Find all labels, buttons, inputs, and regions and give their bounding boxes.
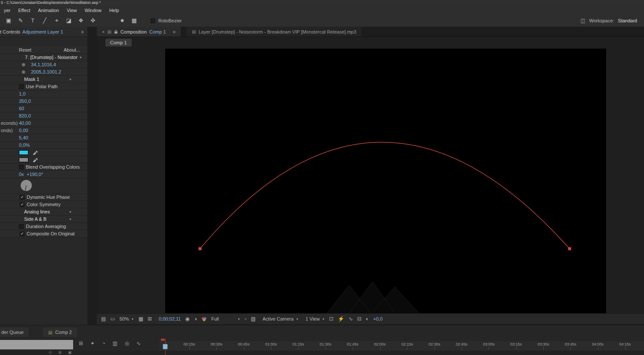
dynamic-hue-phase-checkbox[interactable]: ✓ xyxy=(20,195,25,200)
view-layout-select[interactable]: 1 View ▼ xyxy=(305,316,325,321)
hide-shy-layers-icon[interactable]: ◔ xyxy=(102,340,105,346)
exposure-offset[interactable]: +0,0 xyxy=(373,316,383,321)
pen-tool-icon[interactable]: ✎ xyxy=(15,15,27,27)
panel-menu-icon[interactable]: ≡ xyxy=(81,29,84,34)
panel-menu-icon[interactable]: ≡ xyxy=(173,29,176,34)
brush-tool-icon[interactable]: ╱ xyxy=(39,15,51,27)
param-value[interactable]: 0,00 xyxy=(19,127,28,134)
transparency-grid-icon[interactable]: ▧ xyxy=(251,316,256,322)
region-of-interest-icon[interactable]: ▫ xyxy=(245,316,247,322)
eraser-tool-icon[interactable]: ◪ xyxy=(63,15,75,27)
resolution-select[interactable]: Full ▼ xyxy=(211,316,240,321)
workspace-value[interactable]: Standard xyxy=(618,18,637,23)
mini-timeline-icon[interactable]: ∿ xyxy=(348,316,353,322)
camera-select[interactable]: Active Camera ▼ xyxy=(262,316,299,321)
fast-previews-icon[interactable]: ⚡ xyxy=(338,316,344,322)
switch-icon-3[interactable]: ▣ xyxy=(68,350,72,355)
composite-on-original-checkbox[interactable]: ✓ xyxy=(20,232,25,236)
menu-view[interactable]: View xyxy=(63,8,81,13)
about-button[interactable]: About... xyxy=(64,46,80,53)
safe-margins-icon[interactable]: ⊞ xyxy=(148,316,152,322)
param-value[interactable]: 40,00 xyxy=(19,120,31,127)
param-value[interactable]: 5,40 xyxy=(19,134,28,141)
tab-composition[interactable]: × ▤ Composition Comp 1 ≡ xyxy=(97,27,181,37)
color-swatch-gray[interactable] xyxy=(19,157,28,162)
reset-button[interactable]: Reset xyxy=(19,46,31,53)
work-area-marker[interactable] xyxy=(161,339,165,341)
magnification-menu-icon[interactable]: ▤ xyxy=(101,316,106,322)
color-swatch-cyan[interactable] xyxy=(19,150,28,155)
mask-selector[interactable]: Mask 1 xyxy=(24,76,39,83)
tab-render-queue[interactable]: der Queue xyxy=(0,327,29,337)
menu-effect[interactable]: Effect xyxy=(14,8,34,13)
mask-path-curve[interactable] xyxy=(200,142,570,249)
close-icon[interactable]: × xyxy=(102,29,105,34)
param-value[interactable]: 350,0 xyxy=(19,98,31,105)
frame-blending-icon[interactable]: ▥ xyxy=(112,340,117,346)
param-value[interactable]: 820,0 xyxy=(19,112,31,119)
chevron-down-icon[interactable]: ▼ xyxy=(69,76,72,83)
use-polar-path-checkbox[interactable] xyxy=(19,84,24,89)
layer-selector[interactable]: 7. [Drumstep] - Noisestor xyxy=(25,54,77,61)
menu-help[interactable]: Help xyxy=(105,8,123,13)
type-tool-icon[interactable]: T xyxy=(27,15,39,27)
snapshot-icon[interactable]: ◉ xyxy=(185,316,189,322)
color-management-icon[interactable] xyxy=(201,317,207,321)
menu-layer[interactable]: yer xyxy=(0,8,14,13)
menu-animation[interactable]: Animation xyxy=(34,8,63,13)
menu-window[interactable]: Window xyxy=(81,8,105,13)
chevron-down-icon[interactable]: ▼ xyxy=(69,216,72,223)
color-symmetry-checkbox[interactable]: ✓ xyxy=(20,202,25,207)
draft-3d-icon[interactable]: ✦ xyxy=(90,340,95,346)
workspace-icon[interactable]: ◫ xyxy=(580,18,585,24)
star-toggle-icon[interactable]: ★ xyxy=(116,15,128,27)
grid-guides-icon[interactable]: ▦ xyxy=(139,316,143,322)
param-value[interactable]: 0,0% xyxy=(19,142,30,148)
composition-viewport[interactable] xyxy=(165,49,606,313)
panel-divider[interactable] xyxy=(87,27,97,325)
zoom-select[interactable]: 50% ▼ xyxy=(120,316,134,321)
roto-brush-tool-icon[interactable]: ❖ xyxy=(75,15,87,27)
shape-tool-icon[interactable]: ▣ xyxy=(3,15,15,27)
clone-stamp-tool-icon[interactable]: ⌖ xyxy=(51,15,63,27)
composition-nav-chip[interactable]: Comp 1 xyxy=(105,39,132,46)
eyedropper-icon[interactable] xyxy=(33,150,38,155)
analog-lines-select[interactable]: Analog lines xyxy=(24,208,50,215)
side-ab-select[interactable]: Side A & B xyxy=(24,216,46,222)
mask-grid-icon[interactable]: ▩ xyxy=(128,15,140,27)
playhead-handle[interactable] xyxy=(163,344,168,349)
flowchart-icon[interactable]: ⊟ xyxy=(357,316,361,322)
current-time-display[interactable]: 0;00;02;11 xyxy=(159,316,181,321)
show-channel-icon[interactable]: ◑ xyxy=(194,316,197,322)
switch-icon-1[interactable]: ⊙ xyxy=(49,350,52,355)
crosshair-icon[interactable]: ⊕ xyxy=(22,68,25,75)
mask-vertex-left[interactable] xyxy=(199,247,202,250)
timeline-ruler[interactable]: 00:15s00:30s00:45s01:00s01:15s01:30s01:4… xyxy=(159,341,644,351)
point-value[interactable]: 2005,3,1001,2 xyxy=(31,68,61,75)
eyedropper-icon[interactable] xyxy=(33,157,38,162)
param-value[interactable]: 1,0 xyxy=(19,90,25,97)
tab-layer[interactable]: ▤ Layer [Drumstep] - Noisestorm - Breakd… xyxy=(187,27,361,37)
rotobezier-checkbox[interactable] xyxy=(151,19,155,23)
tab-comp-2[interactable]: ▤ Comp 2 xyxy=(43,327,77,337)
angle-degrees[interactable]: +190,0° xyxy=(27,171,43,178)
monitor-icon[interactable]: ▭ xyxy=(110,316,115,322)
duration-averaging-checkbox[interactable] xyxy=(19,224,24,229)
puppet-pin-tool-icon[interactable]: ✜ xyxy=(87,15,99,27)
point-value[interactable]: 34,1,1016,4 xyxy=(31,61,56,68)
switch-icon-2[interactable]: ⊞ xyxy=(59,350,62,355)
chevron-down-icon[interactable]: ▼ xyxy=(69,209,72,216)
chevron-down-icon[interactable]: ▼ xyxy=(79,54,82,61)
graph-editor-icon[interactable]: ∿ xyxy=(136,340,141,346)
mask-vertex-right[interactable] xyxy=(568,247,571,250)
motion-blur-icon[interactable]: ◎ xyxy=(125,340,129,346)
comp-button-icon[interactable]: ⊞ xyxy=(79,340,83,346)
param-value[interactable]: 60 xyxy=(19,105,24,112)
effect-controls-header[interactable]: t Controls Adjustment Layer 1 ≡ xyxy=(0,27,87,37)
blend-overlapping-checkbox[interactable] xyxy=(19,165,24,170)
angle-revolutions[interactable]: 0x xyxy=(19,171,24,178)
rotation-dial[interactable] xyxy=(20,179,33,192)
share-view-icon[interactable]: ⊡ xyxy=(329,316,333,322)
exposure-icon[interactable]: ◐ xyxy=(366,316,369,322)
crosshair-icon[interactable]: ⊕ xyxy=(22,61,25,68)
